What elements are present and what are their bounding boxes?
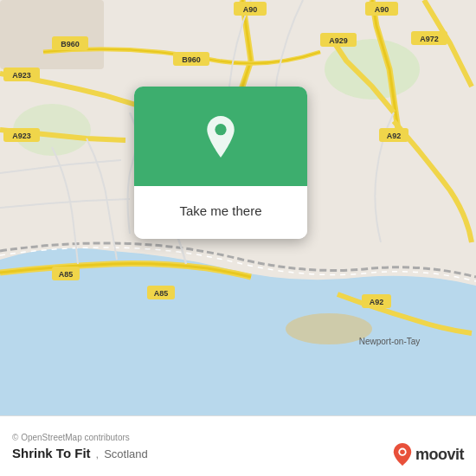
svg-text:A923: A923	[12, 71, 31, 80]
svg-text:A90: A90	[243, 5, 258, 14]
svg-point-32	[400, 449, 405, 454]
svg-point-30	[215, 124, 226, 135]
svg-text:A85: A85	[59, 270, 74, 279]
map-attribution: © OpenStreetMap contributors	[12, 433, 464, 442]
svg-text:B960: B960	[182, 55, 201, 64]
svg-text:B960: B960	[61, 40, 80, 48]
place-region: Scotland	[104, 447, 148, 460]
place-name: Shrink To Fit	[12, 446, 91, 460]
take-me-there-button[interactable]: Take me there	[146, 195, 295, 227]
moovit-brand-text: moovit	[415, 446, 464, 464]
popup-header	[134, 87, 307, 186]
svg-text:A929: A929	[329, 36, 348, 45]
svg-text:Newport-on-Tay: Newport-on-Tay	[359, 337, 421, 346]
moovit-pin-icon	[393, 443, 412, 466]
svg-text:A923: A923	[12, 132, 31, 140]
svg-rect-3	[0, 0, 104, 69]
bottom-bar: © OpenStreetMap contributors Shrink To F…	[0, 415, 476, 476]
moovit-logo: moovit	[393, 443, 464, 466]
location-pin-icon	[200, 116, 241, 158]
svg-text:A85: A85	[154, 289, 169, 298]
map-container: A90 A90 A972 A929 B960 B960 A923 A923 A9…	[0, 0, 476, 415]
popup-card: Take me there	[134, 87, 307, 239]
svg-text:A90: A90	[375, 5, 389, 14]
svg-text:A92: A92	[370, 298, 384, 306]
svg-text:A972: A972	[420, 35, 439, 43]
svg-text:A92: A92	[387, 132, 402, 140]
popup-button-area: Take me there	[134, 186, 307, 239]
